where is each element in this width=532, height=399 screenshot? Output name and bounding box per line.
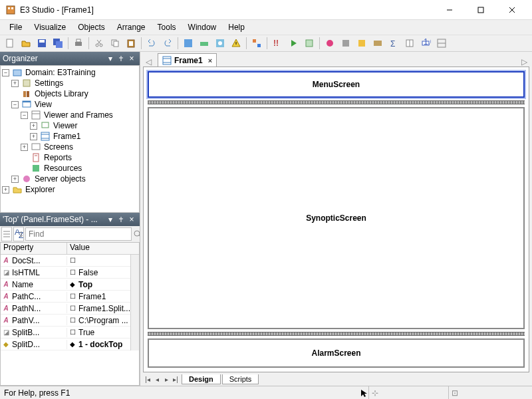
tab-close-icon[interactable]: × [208, 57, 212, 65]
tool-g-icon[interactable] [338, 36, 353, 51]
minimize-button[interactable] [434, 1, 464, 19]
tree-objlib[interactable]: Objects Library [2, 88, 138, 99]
val-icon: ◆ [68, 340, 76, 348]
tool-f-icon[interactable] [323, 36, 337, 51]
tab-frame1[interactable]: Frame1 × [158, 53, 217, 66]
tool-d-icon[interactable] [249, 36, 264, 51]
panel-close-icon[interactable]: × [126, 53, 137, 64]
splitter-2[interactable] [148, 332, 525, 336]
open-icon[interactable] [19, 36, 33, 51]
paste-icon[interactable] [124, 36, 138, 51]
tool-b-icon[interactable] [197, 36, 211, 51]
val-icon: ◆ [68, 281, 76, 289]
tree-frame1[interactable]: +Frame1 [2, 131, 138, 142]
tree-serverobj[interactable]: +Server objects [2, 174, 138, 184]
close-button[interactable] [497, 1, 527, 19]
cut-icon[interactable] [92, 36, 106, 51]
svg-text:!!: !! [273, 39, 279, 48]
tree-viewerframes[interactable]: −Viewer and Frames [2, 110, 138, 120]
new-icon[interactable] [3, 36, 17, 51]
categorize-icon[interactable] [1, 227, 12, 241]
menu-file[interactable]: File [4, 21, 27, 33]
scrollbar[interactable] [130, 255, 139, 350]
svg-rect-32 [342, 40, 349, 47]
prop-row[interactable]: ◆SplitD...◆1 - dockTop [1, 338, 130, 350]
copy-icon[interactable] [108, 36, 122, 51]
prop-row[interactable]: APathV...☐C:\Program ... [1, 315, 130, 327]
maximize-button[interactable] [466, 1, 495, 19]
play-icon[interactable] [286, 36, 301, 51]
last-icon[interactable]: ▸| [171, 376, 180, 383]
tab-scripts[interactable]: Scripts [222, 374, 259, 384]
tool-k-icon[interactable] [434, 36, 449, 51]
menu-window[interactable]: Window [183, 21, 222, 33]
book-icon[interactable] [402, 36, 417, 51]
tree-reports[interactable]: Reports [2, 152, 138, 163]
frame-alarm[interactable]: AlarmScreen [148, 338, 525, 368]
tree-view[interactable]: −View [2, 99, 138, 110]
tree-explorer[interactable]: +Explorer [2, 184, 138, 195]
val-icon: ☐ [68, 329, 76, 336]
tool-i-icon[interactable] [370, 36, 385, 51]
tree-viewer[interactable]: +Viewer [2, 120, 138, 131]
frame-synoptic[interactable]: SynopticScreen [148, 107, 525, 329]
design-canvas[interactable]: MenuScreen SynopticScreen AlarmScreen [143, 66, 529, 372]
splitter-1[interactable] [148, 100, 525, 104]
panel-close-icon[interactable]: × [126, 214, 137, 225]
svg-rect-46 [23, 91, 26, 97]
organizer-tree[interactable]: −Domain: E3Training +Settings Objects Li… [0, 65, 140, 213]
panel-pin-icon[interactable] [116, 214, 126, 225]
tab-scroll-right-icon[interactable]: ▷ [519, 57, 529, 66]
menu-arrange[interactable]: Arrange [112, 21, 151, 33]
tool-e-icon[interactable] [302, 36, 317, 51]
frame-menu[interactable]: MenuScreen [148, 71, 525, 98]
svg-point-60 [23, 176, 30, 182]
svg-rect-4 [478, 7, 483, 13]
tool-j-icon[interactable]: 1.0 [418, 36, 433, 51]
col-property: Property [1, 243, 67, 254]
warning-icon[interactable] [229, 36, 243, 51]
print-icon[interactable] [71, 36, 86, 51]
panel-dropdown-icon[interactable]: ▾ [105, 53, 116, 64]
properties-grid[interactable]: Property Value ADocSt...☐◪IsHTML☐FalseAN… [0, 242, 140, 386]
tree-settings[interactable]: +Settings [2, 78, 138, 88]
find-input[interactable] [25, 227, 132, 241]
tab-design[interactable]: Design [182, 374, 221, 384]
menubar: File Visualize Objects Arrange Tools Win… [0, 20, 532, 35]
tree-resources[interactable]: Resources [2, 163, 138, 174]
tool-c-icon[interactable] [213, 36, 227, 51]
tree-domain[interactable]: −Domain: E3Training [2, 67, 138, 78]
redo-icon[interactable] [160, 36, 175, 51]
tool-a-icon[interactable] [181, 36, 196, 51]
svg-rect-50 [32, 111, 40, 119]
save-icon[interactable] [35, 36, 49, 51]
undo-icon[interactable] [144, 36, 159, 51]
excl-icon[interactable]: !! [270, 36, 285, 51]
sigma-icon[interactable]: Σ [386, 36, 401, 51]
svg-rect-47 [27, 91, 29, 97]
svg-line-16 [98, 40, 101, 44]
menu-objects[interactable]: Objects [72, 21, 110, 33]
sort-icon[interactable]: AZ [13, 227, 24, 241]
svg-rect-49 [23, 101, 31, 102]
menu-visualize[interactable]: Visualize [29, 21, 71, 33]
prop-row[interactable]: APathC...☐Frame1 [1, 291, 130, 303]
tool-h-icon[interactable] [354, 36, 369, 51]
val-icon: ☐ [68, 269, 76, 277]
menu-tools[interactable]: Tools [152, 21, 182, 33]
prop-row[interactable]: ADocSt...☐ [1, 255, 130, 267]
prop-row[interactable]: AName◆Top [1, 279, 130, 291]
svg-line-17 [97, 40, 100, 44]
prop-row[interactable]: ◪SplitB...☐True [1, 327, 130, 338]
tab-scroll-left-icon[interactable]: ◁ [143, 57, 154, 66]
menu-help[interactable]: Help [223, 21, 250, 33]
prev-icon[interactable]: ◂ [152, 376, 162, 383]
next-icon[interactable]: ▸ [162, 376, 171, 383]
panel-pin-icon[interactable] [116, 53, 126, 64]
prop-row[interactable]: ◪IsHTML☐False [1, 267, 130, 279]
first-icon[interactable]: |◂ [143, 376, 152, 383]
save-all-icon[interactable] [51, 36, 65, 51]
panel-dropdown-icon[interactable]: ▾ [105, 214, 116, 225]
prop-row[interactable]: APathN...☐Frame1.Split... [1, 303, 130, 315]
tree-screens[interactable]: +Screens [2, 142, 138, 152]
